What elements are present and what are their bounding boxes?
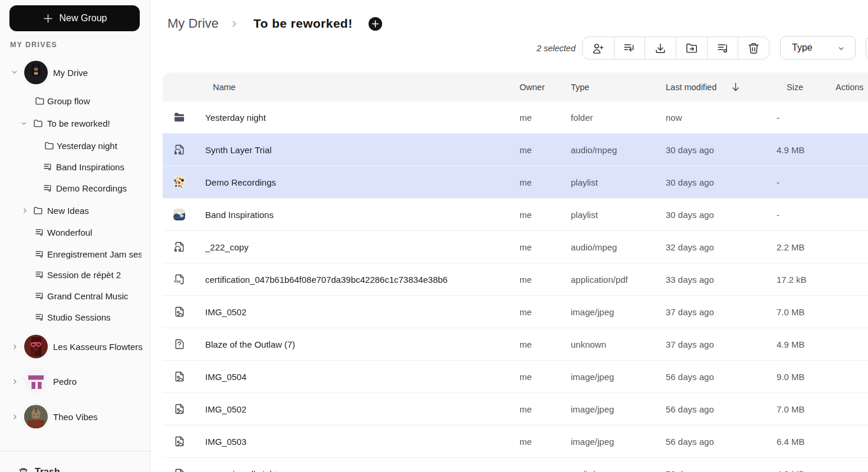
svg-text:PDF: PDF [175,280,182,284]
